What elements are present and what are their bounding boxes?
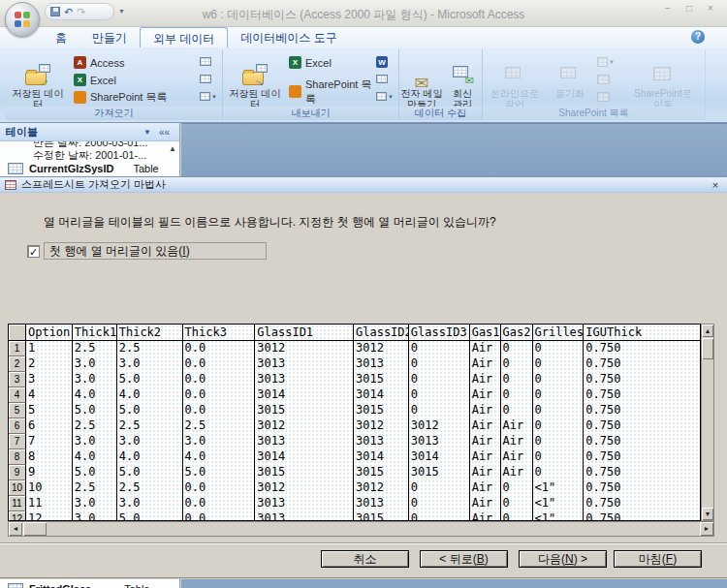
- next-button[interactable]: 다음(N) >: [519, 550, 607, 568]
- table-cell: 3.0: [117, 434, 183, 449]
- tab-home[interactable]: 홈: [43, 27, 79, 47]
- table-cell: Thick1: [73, 325, 117, 341]
- import-excel-button[interactable]: X Excel: [74, 73, 198, 87]
- table-cell: 0.750: [584, 387, 700, 403]
- table-cell: 3.0: [73, 434, 117, 449]
- table-cell: 3013: [255, 511, 354, 521]
- table-cell: Air: [470, 403, 501, 418]
- table-cell: 0: [533, 372, 585, 387]
- table-cell: 2.5: [183, 418, 256, 434]
- nav-strip: 테이블 ▼ «« 만든 날짜: 2000-03-01... 수정한 날짜: 20…: [0, 123, 727, 176]
- scroll-up-icon[interactable]: ▲: [702, 325, 713, 337]
- table-row: 11113.03.00.0301330130Air0<1"0.750: [9, 496, 700, 511]
- dialog-close-icon[interactable]: ×: [709, 179, 722, 191]
- export-sharepoint-button[interactable]: SharePoint 목록: [289, 84, 378, 99]
- qat-customize-icon[interactable]: ▼: [118, 8, 125, 15]
- save-icon[interactable]: [50, 7, 60, 16]
- scroll-left-icon[interactable]: ◄: [9, 522, 22, 536]
- import-access-button[interactable]: A Access: [74, 55, 198, 70]
- horizontal-scroll-thumb[interactable]: [23, 522, 47, 536]
- synchronize-icon: [560, 64, 580, 85]
- table-cell: 3013: [255, 372, 354, 387]
- manage-replies-button[interactable]: ✉ 회신 관리: [444, 52, 481, 107]
- table-cell: 6: [26, 418, 73, 434]
- table-cell: 3012: [255, 341, 354, 356]
- minimize-button[interactable]: −: [661, 3, 675, 14]
- undo-icon[interactable]: ↶: [64, 7, 73, 16]
- table-cell: 11: [9, 496, 26, 511]
- table-cell: 0: [409, 372, 470, 387]
- help-icon[interactable]: ?: [691, 30, 705, 44]
- table-cell: 0.750: [584, 418, 700, 434]
- saved-imports-button[interactable]: → 저장된 데이터 가져오기: [10, 52, 66, 107]
- table-cell: Air: [470, 372, 501, 387]
- office-button[interactable]: [5, 2, 40, 37]
- table-cell: 3.0: [117, 356, 183, 372]
- first-row-headers-label[interactable]: 첫 행에 열 머리글이 있음(I): [44, 242, 267, 260]
- tab-database-tools[interactable]: 데이터베이스 도구: [228, 27, 349, 47]
- table-cell: Air: [470, 465, 501, 480]
- export-textfile-button[interactable]: [376, 72, 394, 86]
- table-cell: 0: [409, 511, 470, 521]
- table-cell: 3: [26, 372, 73, 387]
- table-cell: 4.0: [73, 449, 117, 465]
- redo-icon[interactable]: ↷: [77, 7, 85, 16]
- navigation-pane: 테이블 ▼ «« 만든 날짜: 2000-03-01... 수정한 날짜: 20…: [0, 123, 180, 176]
- nav-pane-collapse-icon[interactable]: ««: [155, 127, 174, 138]
- close-button[interactable]: ×: [704, 3, 717, 14]
- import-sharepoint-button[interactable]: SharePoint 목록: [74, 90, 198, 105]
- first-row-headers-checkbox[interactable]: ✓: [27, 245, 40, 258]
- table-cell: 1: [9, 341, 26, 356]
- preview-header-row: OptionThick1Thick2Thick3GlassID1GlassID2…: [9, 325, 700, 341]
- horizontal-scrollbar[interactable]: ◄ ►: [8, 521, 714, 537]
- tab-create[interactable]: 만들기: [79, 27, 140, 47]
- saved-exports-button[interactable]: → 저장된 데이터 내보내기: [227, 52, 283, 107]
- nav-scroll-up-icon[interactable]: ▲: [169, 144, 176, 153]
- table-cell: 4.0: [117, 387, 183, 403]
- tab-external-data[interactable]: 외부 데이터: [140, 27, 228, 47]
- table-cell: 3.0: [183, 434, 256, 449]
- move-to-sharepoint-button: SharePoint로 이동: [624, 52, 702, 107]
- maximize-button[interactable]: □: [682, 3, 696, 14]
- sharepoint-icon: [74, 91, 86, 104]
- window-controls: − □ ×: [661, 3, 717, 14]
- nav-pane-menu-icon[interactable]: ▼: [140, 128, 155, 137]
- table-cell: 9: [9, 465, 26, 480]
- table-cell: 0.750: [584, 480, 700, 496]
- dialog-titlebar[interactable]: 스프레드시트 가져오기 마법사 ×: [0, 177, 727, 193]
- table-cell: 5.0: [117, 372, 183, 387]
- nav-item-frittedglass[interactable]: FrittedGlass Table: [0, 579, 180, 588]
- nav-pane-header[interactable]: 테이블 ▼ ««: [0, 123, 179, 141]
- table-cell: Air: [501, 418, 533, 434]
- nav-item-detail-modified: 수정한 날짜: 2001-01-...: [8, 149, 179, 162]
- table-cell: 2: [9, 356, 26, 372]
- table-cell: 3012: [255, 418, 354, 434]
- table-cell: 5.0: [183, 465, 256, 480]
- table-cell: 3: [9, 372, 26, 387]
- work-online-button: 온라인으로 작업: [485, 52, 545, 107]
- table-cell: Thick3: [183, 325, 256, 341]
- table-cell: Air: [470, 418, 501, 434]
- import-textfile-button[interactable]: [200, 54, 217, 69]
- export-excel-button[interactable]: X Excel: [289, 55, 378, 70]
- table-cell: 3013: [354, 356, 409, 372]
- create-email-button[interactable]: ✉ 전자 메일 만들기: [399, 52, 444, 107]
- import-more-button[interactable]: ▼: [200, 89, 217, 104]
- export-word-button[interactable]: W: [376, 54, 394, 69]
- table-cell: 2.5: [73, 341, 117, 356]
- table-cell: 12: [26, 511, 73, 521]
- cancel-button[interactable]: 취소: [321, 550, 409, 568]
- table-cell: 0.750: [584, 372, 700, 387]
- nav-item-currentglzsysid[interactable]: CurrentGlzSysID Table: [8, 163, 179, 174]
- scroll-right-icon[interactable]: ►: [700, 522, 713, 536]
- import-xml-button[interactable]: [200, 72, 217, 86]
- finish-button[interactable]: 마침(F): [614, 550, 702, 568]
- export-more-button[interactable]: ▼: [376, 89, 394, 104]
- table-row: 773.03.03.0301330133013AirAir00.750: [9, 434, 700, 449]
- back-button[interactable]: < 뒤로(B): [420, 550, 508, 568]
- vertical-scroll-thumb[interactable]: [702, 338, 713, 359]
- sharepoint-icon: [289, 85, 301, 98]
- vertical-scrollbar[interactable]: ▲ ▼: [701, 324, 714, 521]
- table-cell: 3014: [255, 387, 354, 403]
- scroll-down-icon[interactable]: ▼: [702, 508, 713, 520]
